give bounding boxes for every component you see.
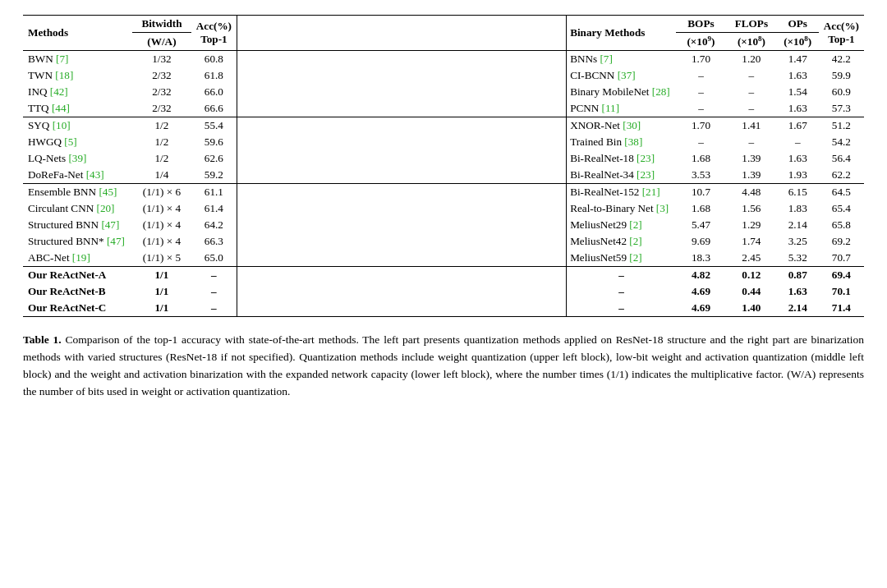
table-row: Circulant CNN [20] (1/1) × 4 61.4 Real-t… bbox=[23, 200, 864, 217]
table-row: Structured BNN [47] (1/1) × 4 64.2 Meliu… bbox=[23, 217, 864, 233]
table-row: Structured BNN* [47] (1/1) × 4 66.3 Meli… bbox=[23, 233, 864, 250]
col-methods: Methods bbox=[23, 16, 132, 51]
table-row: TWN [18] 2/32 61.8 CI-BCNN [37] – – 1.63… bbox=[23, 67, 864, 84]
table-row: ABC-Net [19] (1/1) × 5 65.0 MeliusNet59 … bbox=[23, 250, 864, 267]
comparison-table-container: Methods Bitwidth Acc(%)Top-1 Binary Meth… bbox=[23, 15, 864, 317]
table-row: DoReFa-Net [43] 1/4 59.2 Bi-RealNet-34 [… bbox=[23, 167, 864, 184]
table-row: BWN [7] 1/32 60.8 BNNs [7] 1.70 1.20 1.4… bbox=[23, 51, 864, 68]
table-row-bold-c: Our ReActNet-C 1/1 – – 4.69 1.40 2.14 71… bbox=[23, 300, 864, 317]
table-row: Ensemble BNN [45] (1/1) × 6 61.1 Bi-Real… bbox=[23, 184, 864, 201]
table-row: SYQ [10] 1/2 55.4 XNOR-Net [30] 1.70 1.4… bbox=[23, 117, 864, 135]
table-row: TTQ [44] 2/32 66.6 PCNN [11] – – 1.63 57… bbox=[23, 100, 864, 117]
comparison-table: Methods Bitwidth Acc(%)Top-1 Binary Meth… bbox=[23, 15, 864, 317]
caption-label: Table 1. bbox=[23, 333, 62, 346]
table-row-bold-b: Our ReActNet-B 1/1 – – 4.69 0.44 1.63 70… bbox=[23, 283, 864, 300]
table-row: HWGQ [5] 1/2 59.6 Trained Bin [38] – – –… bbox=[23, 134, 864, 150]
col-bitwidth-sub: (W/A) bbox=[132, 33, 191, 51]
col-acc-top1-left: Acc(%)Top-1 bbox=[191, 16, 237, 51]
col-bops-sub: (×109) bbox=[676, 33, 726, 51]
table-row-bold-a: Our ReActNet-A 1/1 – – 4.82 0.12 0.87 69… bbox=[23, 267, 864, 284]
col-acc-top1-right: Acc(%)Top-1 bbox=[819, 16, 864, 51]
table-row: INQ [42] 2/32 66.0 Binary MobileNet [28]… bbox=[23, 84, 864, 100]
col-flops-sub: (×108) bbox=[726, 33, 776, 51]
col-ops-sub: (×108) bbox=[777, 33, 819, 51]
caption-text: Comparison of the top-1 accuracy with st… bbox=[23, 333, 864, 397]
col-binary-methods: Binary Methods bbox=[567, 16, 676, 51]
col-bitwidth: Bitwidth bbox=[132, 16, 191, 33]
table-row: LQ-Nets [39] 1/2 62.6 Bi-RealNet-18 [23]… bbox=[23, 150, 864, 167]
table-caption: Table 1. Comparison of the top-1 accurac… bbox=[23, 332, 864, 401]
col-flops: FLOPs bbox=[726, 16, 776, 33]
col-ops: OPs bbox=[777, 16, 819, 33]
col-bops: BOPs bbox=[676, 16, 726, 33]
